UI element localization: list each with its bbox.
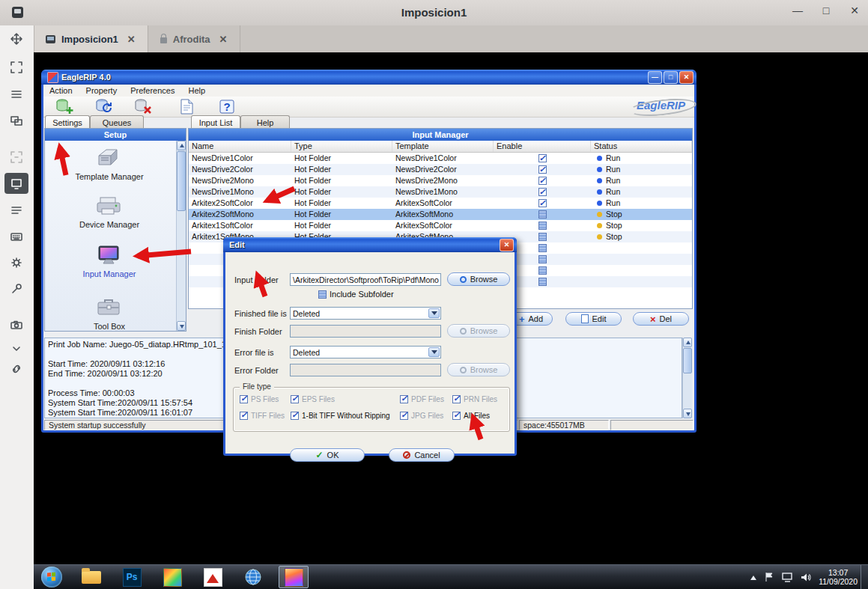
show-desktop-button[interactable] bbox=[861, 565, 868, 589]
enable-checkbox[interactable] bbox=[538, 266, 547, 275]
table-row[interactable]: NewsDrive1ColorHot FolderNewsDrive1Color… bbox=[189, 153, 692, 164]
tab-settings[interactable]: Settings bbox=[45, 115, 90, 129]
sidebar-item-input-manager[interactable]: Input Manager bbox=[45, 242, 174, 278]
file-type-option[interactable]: EPS Files bbox=[291, 395, 335, 403]
eaglerip-close-button[interactable]: ✕ bbox=[679, 71, 694, 84]
table-row[interactable]: Arkitex2SoftColorHot FolderArkitexSoftCo… bbox=[189, 198, 692, 209]
minimize-button[interactable]: — bbox=[792, 4, 804, 16]
tab-input-list[interactable]: Input List bbox=[191, 115, 240, 129]
tab-afrodita[interactable]: Afrodita ✕ bbox=[148, 25, 240, 52]
list-icon[interactable] bbox=[4, 200, 28, 221]
enable-checkbox[interactable] bbox=[538, 188, 547, 196]
file-type-option[interactable]: JPG Files bbox=[400, 412, 443, 420]
sidebar-item-template-manager[interactable]: Template Manager bbox=[45, 145, 174, 181]
enable-checkbox[interactable] bbox=[538, 154, 547, 162]
collapse-chevron-icon[interactable] bbox=[4, 338, 28, 359]
ok-button[interactable]: OK bbox=[290, 448, 365, 462]
file-type-option[interactable]: 1-Bit TIFF Without Ripping bbox=[291, 412, 390, 420]
edit-button[interactable]: Edit bbox=[565, 312, 622, 326]
region-icon[interactable] bbox=[4, 147, 28, 168]
enable-checkbox[interactable] bbox=[538, 278, 547, 286]
table-row[interactable]: NewsDrive2ColorHot FolderNewsDrive2Color… bbox=[189, 164, 692, 175]
eaglerip-titlebar[interactable]: EagleRIP 4.0 — □ ✕ bbox=[41, 70, 696, 85]
include-subfolder-checkbox[interactable] bbox=[318, 290, 327, 299]
taskbar-imaging-app-icon[interactable] bbox=[157, 566, 187, 588]
scroll-down-button[interactable] bbox=[683, 409, 692, 418]
combo-arrow-icon[interactable] bbox=[428, 308, 440, 318]
table-row[interactable]: NewsDrive1MonoHot FolderNewsDrive1MonoRu… bbox=[189, 186, 692, 198]
file-type-checkbox[interactable] bbox=[291, 395, 299, 403]
enable-checkbox[interactable] bbox=[538, 255, 547, 263]
delete-input-icon[interactable] bbox=[133, 98, 153, 115]
menu-lines-icon[interactable] bbox=[4, 84, 28, 105]
enable-checkbox[interactable] bbox=[538, 210, 547, 219]
error-file-combo[interactable]: Deleted bbox=[290, 346, 441, 358]
clock[interactable]: 13:07 11/09/2020 bbox=[819, 568, 858, 586]
table-row[interactable]: Arkitex1SoftColorHot FolderArkitexSoftCo… bbox=[189, 220, 692, 231]
eaglerip-minimize-button[interactable]: — bbox=[648, 71, 662, 84]
taskbar-browser-icon[interactable] bbox=[238, 566, 268, 588]
menu-preferences[interactable]: Preferences bbox=[130, 86, 174, 95]
sidebar-item-tool-box[interactable]: Tool Box bbox=[45, 295, 174, 331]
taskbar-photoshop-icon[interactable]: Ps bbox=[117, 566, 147, 588]
tab-close-icon[interactable]: ✕ bbox=[219, 34, 228, 45]
network-display-icon[interactable] bbox=[782, 573, 793, 582]
enable-checkbox[interactable] bbox=[538, 199, 547, 207]
close-button[interactable]: ✕ bbox=[849, 4, 861, 16]
file-type-option[interactable]: PS Files bbox=[240, 395, 279, 403]
dialog-titlebar[interactable]: Edit ✕ bbox=[223, 237, 517, 252]
scroll-down-button[interactable] bbox=[177, 321, 186, 331]
settings-gear-icon[interactable] bbox=[4, 252, 28, 273]
file-type-option[interactable]: PRN Files bbox=[452, 395, 497, 403]
camera-icon[interactable] bbox=[4, 314, 28, 335]
scroll-up-button[interactable] bbox=[683, 338, 692, 347]
volume-icon[interactable] bbox=[801, 573, 811, 582]
add-input-icon[interactable] bbox=[55, 98, 74, 115]
fit-window-icon[interactable] bbox=[4, 57, 28, 78]
scroll-thumb[interactable] bbox=[177, 151, 186, 211]
setup-scrollbar[interactable] bbox=[176, 141, 186, 331]
file-type-checkbox[interactable] bbox=[291, 412, 299, 420]
sidebar-item-device-manager[interactable]: Device Manager bbox=[45, 193, 174, 229]
pan-icon[interactable] bbox=[4, 28, 28, 49]
table-row[interactable]: NewsDrive2MonoHot FolderNewsDrive2MonoRu… bbox=[189, 175, 692, 186]
taskbar-acrobat-icon[interactable] bbox=[198, 566, 228, 588]
scroll-thumb[interactable] bbox=[683, 348, 692, 373]
enable-input-icon[interactable] bbox=[94, 98, 114, 115]
menu-property[interactable]: Property bbox=[86, 86, 118, 95]
template-icon[interactable] bbox=[177, 98, 196, 115]
menu-help[interactable]: Help bbox=[188, 86, 205, 95]
restore-button[interactable]: □ bbox=[820, 4, 832, 16]
enable-checkbox[interactable] bbox=[538, 165, 547, 174]
col-template[interactable]: Template bbox=[392, 141, 494, 152]
file-type-checkbox[interactable] bbox=[452, 412, 461, 420]
help-icon[interactable]: ? bbox=[217, 98, 237, 115]
file-type-checkbox[interactable] bbox=[240, 395, 248, 403]
file-type-option[interactable]: TIFF Files bbox=[240, 412, 285, 420]
col-name[interactable]: Name bbox=[189, 141, 291, 152]
keyboard-grab-icon[interactable] bbox=[4, 173, 28, 194]
scroll-up-button[interactable] bbox=[177, 141, 186, 150]
start-button[interactable] bbox=[41, 567, 62, 588]
tab-queues[interactable]: Queues bbox=[90, 115, 144, 129]
enable-checkbox[interactable] bbox=[538, 233, 547, 241]
tab-close-icon[interactable]: ✕ bbox=[127, 34, 136, 45]
menu-action[interactable]: Action bbox=[49, 86, 73, 95]
include-subfolder-option[interactable]: Include Subfolder bbox=[318, 290, 394, 299]
eaglerip-maximize-button[interactable]: □ bbox=[664, 71, 678, 84]
file-type-checkbox[interactable] bbox=[452, 395, 461, 403]
enable-checkbox[interactable] bbox=[538, 244, 547, 252]
file-type-option[interactable]: PDF Files bbox=[400, 395, 444, 403]
disconnect-link-icon[interactable] bbox=[4, 358, 28, 379]
taskbar-explorer-icon[interactable] bbox=[76, 566, 106, 588]
col-enable[interactable]: Enable bbox=[494, 141, 591, 152]
combo-arrow-icon[interactable] bbox=[428, 347, 440, 357]
tab-imposicion1[interactable]: Imposicion1 ✕ bbox=[34, 25, 148, 52]
tools-wrench-icon[interactable] bbox=[4, 278, 28, 299]
windows-icon[interactable] bbox=[4, 110, 28, 131]
enable-checkbox[interactable] bbox=[538, 177, 547, 185]
input-folder-field[interactable]: \ArkitexDirector\Softproof\ToRip\Pdf\Mon… bbox=[290, 273, 441, 286]
file-type-checkbox[interactable] bbox=[400, 395, 408, 403]
keyboard-icon[interactable] bbox=[4, 226, 28, 247]
finished-file-combo[interactable]: Deleted bbox=[290, 307, 441, 320]
